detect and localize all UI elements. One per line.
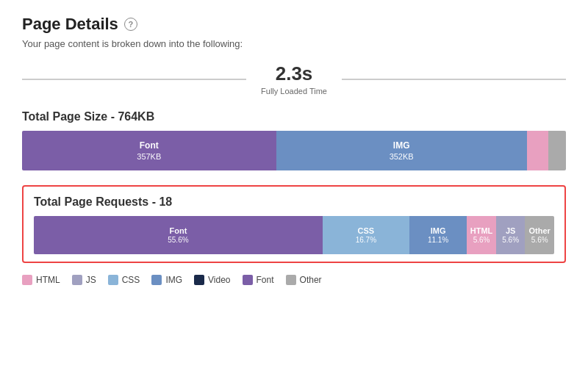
legend-label-other: Other [300, 275, 322, 285]
legend-label-img: IMG [165, 275, 182, 285]
time-bar-right [342, 79, 566, 80]
help-badge[interactable]: ? [124, 18, 137, 31]
time-bar-section: 2.3s Fully Loaded Time [22, 62, 566, 96]
requests-bar: Font55.6%CSS16.7%IMG11.1%HTML5.6%JS5.6%O… [34, 216, 554, 254]
size-segment-small [527, 131, 548, 170]
legend-label-css: CSS [122, 275, 140, 285]
legend-color-other [286, 275, 296, 285]
size-segment-img: IMG352KB [276, 131, 527, 170]
req-segment-font: Font55.6% [34, 216, 323, 254]
legend-label-video: Video [208, 275, 230, 285]
legend-label-font: Font [257, 275, 274, 285]
legend-label-js: JS [86, 275, 96, 285]
legend-color-css [108, 275, 118, 285]
page-title: Page Details ? [22, 15, 566, 34]
size-segment-font: Font357KB [22, 131, 276, 170]
title-text: Page Details [22, 15, 118, 34]
legend-item-video: Video [194, 275, 230, 285]
req-segment-js: JS5.6% [496, 216, 526, 254]
time-center: 2.3s Fully Loaded Time [246, 62, 342, 96]
legend-label-html: HTML [36, 275, 60, 285]
requests-box: Total Page Requests - 18 Font55.6%CSS16.… [22, 185, 566, 263]
requests-title: Total Page Requests - 18 [34, 195, 554, 209]
legend-color-html [22, 275, 32, 285]
legend-item-css: CSS [108, 275, 140, 285]
legend-color-img [151, 275, 162, 285]
req-segment-other: Other5.6% [525, 216, 554, 254]
time-value: 2.3s [261, 62, 327, 85]
legend-item-js: JS [72, 275, 96, 285]
req-segment-css: CSS16.7% [323, 216, 409, 254]
req-segment-img: IMG11.1% [409, 216, 467, 254]
legend-item-other: Other [286, 275, 322, 285]
legend: HTMLJSCSSIMGVideoFontOther [22, 275, 566, 285]
legend-item-img: IMG [151, 275, 182, 285]
subtitle: Your page content is broken down into th… [22, 38, 566, 49]
legend-item-html: HTML [22, 275, 60, 285]
size-bar: Font357KBIMG352KB [22, 131, 566, 170]
size-segment-small [548, 131, 566, 170]
legend-color-font [243, 275, 253, 285]
time-label: Fully Loaded Time [261, 87, 327, 96]
size-section-title: Total Page Size - 764KB [22, 110, 566, 123]
legend-color-js [72, 275, 82, 285]
legend-item-font: Font [243, 275, 274, 285]
legend-color-video [194, 275, 204, 285]
time-bar-left [22, 79, 246, 80]
req-segment-html: HTML5.6% [467, 216, 496, 254]
